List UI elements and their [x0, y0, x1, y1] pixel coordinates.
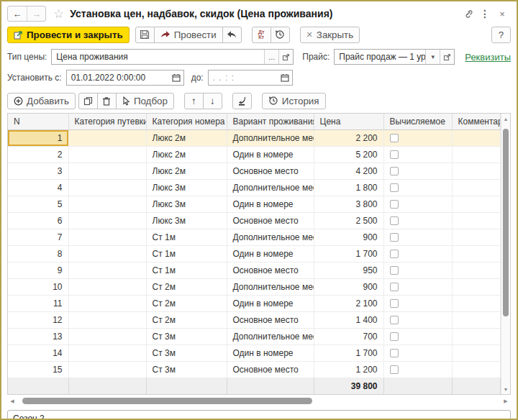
cell-n[interactable]: 8 — [8, 245, 68, 262]
cell-n[interactable]: 11 — [8, 295, 68, 311]
cell-room-category[interactable]: Ст 3м — [146, 361, 227, 378]
cell-n[interactable]: 15 — [8, 361, 68, 378]
cell-computed[interactable] — [383, 311, 452, 328]
vertical-scroll-thumb[interactable] — [503, 129, 509, 316]
cell-comment[interactable] — [452, 328, 501, 344]
move-down-button[interactable]: ↓ — [203, 93, 222, 109]
window-close-icon[interactable]: × — [494, 6, 511, 21]
cell-comment[interactable] — [452, 262, 501, 278]
cell-voucher-category[interactable] — [68, 278, 146, 295]
computed-checkbox[interactable] — [390, 167, 399, 175]
price-type-value[interactable]: Цена проживания — [52, 50, 264, 64]
cell-comment[interactable] — [452, 146, 501, 163]
cell-voucher-category[interactable] — [68, 245, 146, 262]
scroll-left-icon[interactable]: ◀ — [7, 398, 17, 404]
vertical-scrollbar[interactable]: ▲ ▼ — [501, 114, 510, 394]
cell-stay-option[interactable]: Дополнительное место — [227, 179, 314, 196]
computed-checkbox[interactable] — [390, 316, 399, 324]
cell-room-category[interactable]: Ст 2м — [146, 295, 227, 311]
cell-comment[interactable] — [452, 361, 501, 378]
table-row[interactable]: 11 Ст 2м Один в номере 2 100 — [8, 295, 501, 311]
cell-price[interactable]: 900 — [314, 229, 383, 245]
cell-stay-option[interactable]: Основное место — [227, 262, 314, 278]
horizontal-scroll-thumb[interactable] — [22, 398, 312, 404]
table-row[interactable]: 9 Ст 1м Основное место 950 — [8, 262, 501, 278]
cell-voucher-category[interactable] — [68, 212, 146, 229]
table-row[interactable]: 6 Люкс 3м Основное место 2 500 — [8, 212, 501, 229]
cell-computed[interactable] — [383, 361, 452, 378]
cell-n[interactable]: 13 — [8, 328, 68, 344]
cell-computed[interactable] — [383, 179, 452, 196]
cell-computed[interactable] — [383, 212, 452, 229]
cell-room-category[interactable]: Ст 1м — [146, 229, 227, 245]
cell-room-category[interactable]: Люкс 2м — [146, 129, 227, 146]
table-row[interactable]: 15 Ст 3м Основное место 1 200 — [8, 361, 501, 378]
move-up-button[interactable]: ↑ — [184, 93, 204, 109]
price-list-dropdown-button[interactable]: ▾ — [425, 50, 440, 64]
details-link[interactable]: Реквизиты — [465, 52, 511, 63]
cell-stay-option[interactable]: Дополнительное место — [227, 129, 314, 146]
cell-room-category[interactable]: Ст 3м — [146, 344, 227, 361]
cell-computed[interactable] — [383, 245, 452, 262]
scroll-right-icon[interactable]: ▶ — [501, 398, 511, 404]
favorite-star-icon[interactable]: ☆ — [53, 6, 64, 22]
cell-price[interactable]: 1 700 — [314, 344, 383, 361]
cell-computed[interactable] — [383, 328, 452, 344]
cell-price[interactable]: 900 — [314, 278, 383, 295]
document-history-button[interactable] — [271, 27, 290, 43]
cell-room-category[interactable]: Ст 1м — [146, 245, 227, 262]
price-list-open-button[interactable] — [440, 50, 454, 64]
cell-n[interactable]: 2 — [8, 146, 68, 163]
cell-n[interactable]: 1 — [8, 129, 68, 146]
cell-comment[interactable] — [452, 245, 501, 262]
cell-voucher-category[interactable] — [68, 146, 146, 163]
cell-computed[interactable] — [383, 229, 452, 245]
cell-room-category[interactable]: Люкс 3м — [146, 212, 227, 229]
open-link-button[interactable] — [278, 50, 293, 64]
table-row[interactable]: 3 Люкс 2м Основное место 4 200 — [8, 163, 501, 179]
cell-price[interactable]: 2 100 — [314, 295, 383, 311]
cell-stay-option[interactable]: Один в номере — [227, 196, 314, 212]
cell-room-category[interactable]: Люкс 2м — [146, 146, 227, 163]
cell-comment[interactable] — [452, 278, 501, 295]
cell-comment[interactable] — [452, 163, 501, 179]
help-button[interactable]: ? — [491, 27, 511, 43]
history-button[interactable]: История — [262, 93, 326, 109]
cell-voucher-category[interactable] — [68, 295, 146, 311]
table-row[interactable]: 7 Ст 1м Дополнительное место 900 — [8, 229, 501, 245]
cell-stay-option[interactable]: Основное место — [227, 212, 314, 229]
computed-checkbox[interactable] — [390, 349, 399, 357]
cell-computed[interactable] — [383, 295, 452, 311]
cell-n[interactable]: 10 — [8, 278, 68, 295]
cell-voucher-category[interactable] — [68, 229, 146, 245]
computed-checkbox[interactable] — [390, 150, 399, 159]
cell-room-category[interactable]: Люкс 3м — [146, 179, 227, 196]
table-row[interactable]: 4 Люкс 3м Дополнительное место 1 800 — [8, 179, 501, 196]
undo-button[interactable] — [222, 27, 242, 43]
cell-n[interactable]: 14 — [8, 344, 68, 361]
cell-stay-option[interactable]: Основное место — [227, 163, 314, 179]
table-row[interactable]: 8 Ст 1м Один в номере 1 700 — [8, 245, 501, 262]
cell-price[interactable]: 1 400 — [314, 311, 383, 328]
horizontal-scrollbar[interactable]: ◀ ▶ — [7, 396, 511, 406]
cell-voucher-category[interactable] — [68, 361, 146, 378]
cell-voucher-category[interactable] — [68, 344, 146, 361]
cell-n[interactable]: 7 — [8, 229, 68, 245]
cell-computed[interactable] — [383, 278, 452, 295]
cell-price[interactable]: 5 200 — [314, 146, 383, 163]
cell-stay-option[interactable]: Один в номере — [227, 245, 314, 262]
link-icon[interactable] — [459, 6, 476, 21]
computed-checkbox[interactable] — [390, 250, 399, 258]
to-date-field[interactable]: . . : : — [208, 70, 293, 86]
cell-comment[interactable] — [452, 179, 501, 196]
cell-voucher-category[interactable] — [68, 179, 146, 196]
computed-checkbox[interactable] — [390, 200, 399, 209]
cell-computed[interactable] — [383, 262, 452, 278]
cell-stay-option[interactable]: Дополнительное место — [227, 278, 314, 295]
price-type-field[interactable]: Цена проживания ... — [51, 49, 294, 65]
cell-n[interactable]: 4 — [8, 179, 68, 196]
table-row[interactable]: 10 Ст 2м Дополнительное место 900 — [8, 278, 501, 295]
comment-field[interactable]: Сезон 2 — [7, 410, 511, 420]
cell-computed[interactable] — [383, 146, 452, 163]
cell-stay-option[interactable]: Основное место — [227, 361, 314, 378]
